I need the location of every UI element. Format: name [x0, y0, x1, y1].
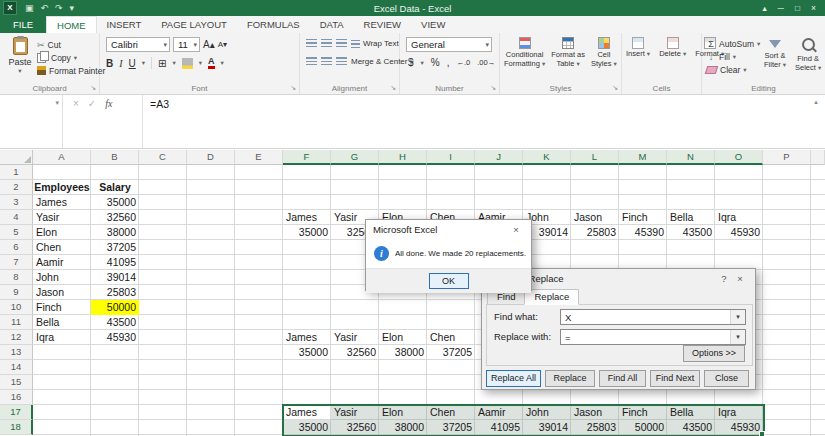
row-header-15[interactable]: 15: [0, 375, 33, 390]
cell-K17[interactable]: John: [523, 405, 571, 420]
autosum-button[interactable]: Σ AutoSum ▾: [706, 37, 760, 50]
cell-N5[interactable]: 43500: [667, 225, 715, 240]
row-header-17[interactable]: 17: [0, 405, 33, 420]
align-left-icon[interactable]: [306, 57, 317, 66]
row-header-10[interactable]: 10: [0, 300, 33, 315]
chevron-down-icon[interactable]: ▾: [730, 310, 745, 324]
column-header-B[interactable]: B: [91, 150, 139, 165]
cell-J17[interactable]: Aamir: [475, 405, 523, 420]
clear-button[interactable]: Clear ▾: [706, 63, 760, 76]
replace-with-input[interactable]: = ▾: [560, 329, 746, 345]
column-header-I[interactable]: I: [427, 150, 475, 165]
cell-G12[interactable]: Yasir: [331, 330, 379, 345]
row-header-9[interactable]: 9: [0, 285, 33, 300]
row-header-1[interactable]: 1: [0, 165, 33, 180]
cell-L4[interactable]: Jason: [571, 210, 619, 225]
message-box-close-icon[interactable]: ×: [508, 224, 524, 235]
sort-filter-button[interactable]: Sort & Filter ▾: [764, 38, 786, 69]
row-header-8[interactable]: 8: [0, 270, 33, 285]
styles-dialog-launcher-icon[interactable]: ↘: [612, 84, 618, 92]
cell-I17[interactable]: Chen: [427, 405, 475, 420]
row-header-11[interactable]: 11: [0, 315, 33, 330]
cell-A6[interactable]: Chen: [33, 240, 91, 255]
message-box-titlebar[interactable]: Microsoft Excel ×: [366, 220, 531, 238]
row-header-7[interactable]: 7: [0, 255, 33, 270]
tab-review[interactable]: REVIEW: [354, 16, 411, 33]
number-format-combo[interactable]: General▾: [406, 37, 492, 52]
row-header-3[interactable]: 3: [0, 195, 33, 210]
cell-B11[interactable]: 43500: [91, 315, 139, 330]
cell-H18[interactable]: 38000: [379, 420, 427, 435]
close-button[interactable]: ×: [811, 3, 816, 13]
qat-dropdown-icon[interactable]: ▾: [70, 3, 75, 13]
cell-G17[interactable]: Yasir: [331, 405, 379, 420]
font-dialog-launcher-icon[interactable]: ↘: [290, 84, 296, 92]
column-header-D[interactable]: D: [187, 150, 235, 165]
insert-function-icon[interactable]: fx: [105, 98, 112, 109]
tab-home[interactable]: HOME: [46, 16, 97, 33]
cancel-icon[interactable]: ×: [73, 98, 79, 109]
row-header-2[interactable]: 2: [0, 180, 33, 195]
cell-L17[interactable]: Jason: [571, 405, 619, 420]
cell-B6[interactable]: 37205: [91, 240, 139, 255]
find-select-button[interactable]: Find & Select ▾: [795, 38, 821, 72]
find-all-button[interactable]: Find All: [599, 370, 646, 387]
cell-L5[interactable]: 25803: [571, 225, 619, 240]
tab-view[interactable]: VIEW: [411, 16, 455, 33]
align-right-icon[interactable]: [336, 57, 347, 66]
column-header-M[interactable]: M: [619, 150, 667, 165]
minimize-button[interactable]: ─: [778, 3, 784, 13]
options-button[interactable]: Options >>: [683, 345, 745, 362]
cell-B2[interactable]: Salary: [91, 180, 139, 195]
delete-cells-button[interactable]: Delete ▾: [659, 37, 686, 58]
conditional-formatting-button[interactable]: Conditional Formatting ▾: [504, 37, 545, 68]
column-header-A[interactable]: A: [33, 150, 91, 165]
close-button-dialog[interactable]: Close: [704, 370, 749, 387]
maximize-button[interactable]: □: [795, 3, 800, 13]
row-header-16[interactable]: 16: [0, 390, 33, 405]
cell-B3[interactable]: 35000: [91, 195, 139, 210]
chevron-down-icon[interactable]: ▾: [730, 330, 745, 344]
help-icon[interactable]: ?: [716, 273, 732, 284]
column-header-K[interactable]: K: [523, 150, 571, 165]
cell-styles-button[interactable]: Cell Styles ▾: [591, 37, 617, 68]
find-next-button[interactable]: Find Next: [650, 370, 700, 387]
cell-N17[interactable]: Bella: [667, 405, 715, 420]
column-header-N[interactable]: N: [667, 150, 715, 165]
cell-A3[interactable]: James: [33, 195, 91, 210]
cell-A2[interactable]: Employees: [33, 180, 91, 195]
cell-H12[interactable]: Elon: [379, 330, 427, 345]
formula-input[interactable]: =A3: [143, 95, 807, 148]
cell-I12[interactable]: Chen: [427, 330, 475, 345]
tab-data[interactable]: DATA: [310, 16, 354, 33]
cell-A8[interactable]: John: [33, 270, 91, 285]
name-box-dropdown-icon[interactable]: ▾: [55, 99, 59, 107]
tab-replace[interactable]: Replace: [524, 289, 579, 305]
increase-font-size-icon[interactable]: A▴: [203, 39, 215, 50]
format-as-table-button[interactable]: Format as Table ▾: [551, 37, 585, 68]
row-header-12[interactable]: 12: [0, 330, 33, 345]
cell-N4[interactable]: Bella: [667, 210, 715, 225]
column-header-F[interactable]: F: [283, 150, 331, 165]
tab-page-layout[interactable]: PAGE LAYOUT: [151, 16, 237, 33]
cell-F17[interactable]: James: [283, 405, 331, 420]
fill-button[interactable]: ↓ Fill ▾: [706, 50, 760, 63]
cell-N18[interactable]: 43500: [667, 420, 715, 435]
cell-F18[interactable]: 35000: [283, 420, 331, 435]
column-header-O[interactable]: O: [715, 150, 763, 165]
insert-cells-button[interactable]: Insert ▾: [626, 37, 650, 58]
underline-button[interactable]: U: [129, 58, 136, 69]
percent-style-icon[interactable]: %: [431, 57, 440, 68]
cell-G13[interactable]: 32560: [331, 345, 379, 360]
copy-button[interactable]: Copy ▾: [37, 51, 105, 64]
replace-button[interactable]: Replace: [545, 370, 595, 387]
excel-app-icon[interactable]: X: [3, 1, 17, 15]
cell-G18[interactable]: 32560: [331, 420, 379, 435]
row-header-13[interactable]: 13: [0, 345, 33, 360]
cell-A11[interactable]: Bella: [33, 315, 91, 330]
cell-H13[interactable]: 38000: [379, 345, 427, 360]
clipboard-dialog-launcher-icon[interactable]: ↘: [90, 84, 96, 92]
cell-O4[interactable]: Iqra: [715, 210, 763, 225]
cell-B4[interactable]: 32560: [91, 210, 139, 225]
enter-icon[interactable]: ✓: [88, 98, 96, 109]
